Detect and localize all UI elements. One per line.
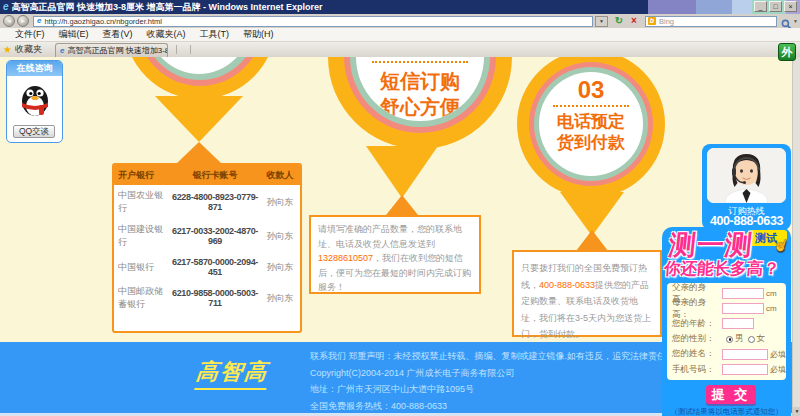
form-row-mobile: 手机号码： 必填 xyxy=(667,362,786,377)
bank-name: 中国邮政储蓄银行 xyxy=(114,285,166,311)
bing-icon: b xyxy=(648,17,656,25)
step3-dotted-line xyxy=(553,105,629,107)
form-row-gender: 您的性别： 男 女 xyxy=(667,332,786,347)
table-row: 中国银行 6217-5870-0000-2094-451 孙向东 xyxy=(114,253,300,281)
step3-text-line2: 货到付款 xyxy=(539,132,643,153)
gender-male-label: 男 xyxy=(735,333,744,345)
test-form: 父亲的身高： cm 母亲的身高： cm 您的年龄： 您的性别： 男 xyxy=(667,283,786,380)
field-label: 手机号码： xyxy=(672,364,722,376)
payee-name: 孙向东 xyxy=(264,230,296,243)
forward-button[interactable]: ► xyxy=(17,15,29,27)
sms-phone-number: 13288610507 xyxy=(318,253,373,263)
step3-text-line1: 电话预定 xyxy=(539,111,643,132)
search-button[interactable] xyxy=(781,16,792,27)
account-number: 6210-9858-0000-5003-711 xyxy=(166,288,264,308)
step2-dotted-line xyxy=(372,61,468,63)
qq-consult-panel: 在线咨询 QQ交谈 xyxy=(6,60,63,143)
vertical-scrollbar[interactable]: ▼ xyxy=(792,57,800,416)
footer-address: 地址：广州市天河区中山大道中路1095号 xyxy=(310,381,666,398)
sms-order-box: 请填写准确的产品数量，您的联系地址、电话及收货人信息发送到13288610507… xyxy=(309,215,481,294)
tab-favicon: e xyxy=(60,46,64,56)
test-result-note: （测试结果将以电话形式通知您） xyxy=(662,407,791,416)
payee-name: 孙向东 xyxy=(264,261,296,274)
qq-panel-header: 在线咨询 xyxy=(7,61,62,76)
minimize-button[interactable]: _ xyxy=(754,1,767,12)
footer-copyright: Copyright(C)2004-2014 广州成长电子商务有限公司 xyxy=(310,365,666,382)
bank-name: 中国银行 xyxy=(114,261,166,274)
qq-chat-button[interactable]: QQ交谈 xyxy=(13,125,55,138)
star-icon: ★ xyxy=(3,44,12,55)
stop-button[interactable]: × xyxy=(627,14,641,27)
menu-view[interactable]: 查看(V) xyxy=(96,28,140,41)
form-row-name: 您的姓名： 必填 xyxy=(667,347,786,362)
tab-separator xyxy=(190,45,191,54)
field-required: 必填 xyxy=(770,349,786,360)
table-row: 中国建设银行 6217-0033-2002-4870-969 孙向东 xyxy=(114,219,300,253)
footer-hotline: 全国免费服务热线：400-888-0633 xyxy=(310,398,666,415)
back-button[interactable]: ◄ xyxy=(3,15,15,27)
submit-button[interactable]: 提 交 xyxy=(706,385,756,404)
field-suffix: cm xyxy=(766,304,777,313)
address-dropdown-button[interactable]: ▼ xyxy=(595,16,608,27)
service-agent-photo xyxy=(707,148,786,203)
account-number: 6217-5870-0000-2094-451 xyxy=(166,257,264,277)
name-input[interactable] xyxy=(722,349,768,360)
menu-tools[interactable]: 工具(T) xyxy=(193,28,237,41)
table-row: 中国农业银行 6228-4800-8923-0779-871 孙向东 xyxy=(114,185,300,219)
favorites-button[interactable]: ★ 收藏夹 xyxy=(3,43,42,56)
phone-box-pointer xyxy=(576,230,608,251)
account-number: 6228-4800-8923-0779-871 xyxy=(166,192,264,212)
scroll-down-icon[interactable]: ▼ xyxy=(793,407,800,416)
tab-active[interactable]: e 高智高正品官网 快速增加3-8厘米 ... xyxy=(55,43,168,57)
outer-link-button[interactable]: 外 xyxy=(778,43,796,61)
menu-edit[interactable]: 编辑(E) xyxy=(52,28,96,41)
payee-name: 孙向东 xyxy=(264,196,296,209)
header-bank: 开户银行 xyxy=(114,169,166,182)
tab-bar: ★ 收藏夹 e 高智高正品官网 快速增加3-8厘米 ... 外 xyxy=(0,42,800,57)
mother-height-input[interactable] xyxy=(722,303,764,314)
address-bar: ◄ ► e http://h.gaozhigao.cn/nbgorder.htm… xyxy=(0,14,800,28)
restore-button[interactable]: □ xyxy=(769,1,782,12)
gender-female-radio[interactable] xyxy=(748,336,755,343)
footer-disclaimer: 联系我们 郑重声明：未经授权禁止转载、摘编、复制或建立镜像.如有违反，追究法律责… xyxy=(310,348,666,365)
url-text: http://h.gaozhigao.cn/nbgorder.html xyxy=(44,17,162,26)
sms-box-pointer xyxy=(386,195,418,215)
menu-help[interactable]: 帮助(H) xyxy=(236,28,281,41)
agent-avatar-icon xyxy=(707,148,786,203)
bank-table: 开户银行 银行卡账号 收款人 中国农业银行 6228-4800-8923-077… xyxy=(112,163,302,333)
height-test-panel: 测试 ☝ 测一测 你还能长多高？ 父亲的身高： cm 母亲的身高： cm 您的年… xyxy=(662,227,791,416)
tab-separator xyxy=(176,45,177,54)
window-title: 高智高正品官网 快速增加3-8厘米 增高第一品牌 - Windows Inter… xyxy=(12,1,323,14)
age-input[interactable] xyxy=(722,318,754,329)
step3-ring-white: 03 电话预定 货到付款 xyxy=(539,72,643,176)
form-row-mother-height: 母亲的身高： cm xyxy=(667,301,786,316)
step2-tail xyxy=(366,146,438,198)
field-label: 您的年龄： xyxy=(672,318,722,330)
bank-name: 中国建设银行 xyxy=(114,223,166,249)
bank-name: 中国农业银行 xyxy=(114,189,166,215)
field-label: 您的姓名： xyxy=(672,348,722,360)
ie-logo-icon: e xyxy=(3,2,9,12)
window-titlebar: e 高智高正品官网 快速增加3-8厘米 增高第一品牌 - Windows Int… xyxy=(0,0,800,14)
refresh-button[interactable]: ↻ xyxy=(612,14,626,27)
search-dropdown-button[interactable]: ▼ xyxy=(793,18,798,24)
mobile-input[interactable] xyxy=(722,364,768,375)
account-number: 6217-0033-2002-4870-969 xyxy=(166,226,264,246)
address-input[interactable]: e http://h.gaozhigao.cn/nbgorder.html xyxy=(33,16,593,27)
header-account: 银行卡账号 xyxy=(166,169,264,182)
hotline-card: 订购热线 400-888-0633 xyxy=(702,144,791,230)
menu-file[interactable]: 文件(F) xyxy=(8,28,52,41)
hotline-number-inline: 400-888-0633 xyxy=(539,280,595,290)
bank-table-header: 开户银行 银行卡账号 收款人 xyxy=(114,165,300,185)
hotline-number: 400-888-0633 xyxy=(702,214,791,228)
menu-favorites[interactable]: 收藏夹(A) xyxy=(140,28,193,41)
header-payee: 收款人 xyxy=(264,169,296,182)
tab-title: 高智高正品官网 快速增加3-8厘米 ... xyxy=(67,45,168,56)
table-row: 中国邮政储蓄银行 6210-9858-0000-5003-711 孙向东 xyxy=(114,281,300,315)
close-button[interactable]: × xyxy=(784,1,797,12)
gender-male-radio[interactable] xyxy=(726,336,733,343)
search-input[interactable]: b Bing xyxy=(645,16,777,27)
qq-penguin-icon xyxy=(15,78,55,122)
father-height-input[interactable] xyxy=(722,288,764,299)
payee-name: 孙向东 xyxy=(264,292,296,305)
